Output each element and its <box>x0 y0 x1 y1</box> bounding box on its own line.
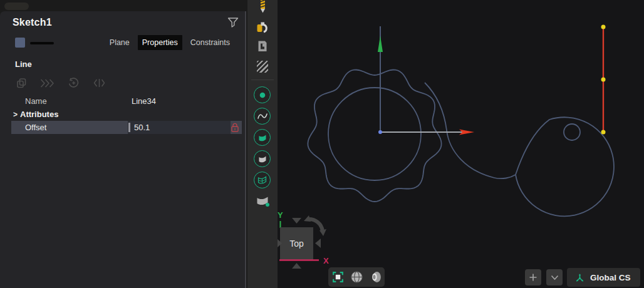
coordinate-system-label: Global CS <box>590 273 631 282</box>
tab-properties[interactable]: Properties <box>138 35 182 50</box>
boolean-tool-icon[interactable] <box>256 20 269 34</box>
attributes-expander[interactable]: > Attributes <box>13 110 58 119</box>
orbit-arrow-up[interactable] <box>292 218 301 224</box>
surface-filled-glyph <box>258 134 267 141</box>
offset-property-row[interactable]: Offset 50.1 <box>11 121 242 134</box>
point-glyph <box>259 92 266 98</box>
padlock-glyph <box>231 123 239 132</box>
sketch-inner-circle[interactable] <box>328 88 421 180</box>
fast-forward-icon[interactable] <box>40 79 54 88</box>
line-point-bottom[interactable] <box>601 130 606 135</box>
orbit-arrow-right[interactable] <box>315 239 321 248</box>
surface-gray-tool-button[interactable] <box>254 150 271 167</box>
attributes-label: Attributes <box>20 110 58 119</box>
properties-panel: Sketch1 Plane Properties Constraints Lin… <box>0 0 247 288</box>
panel-tabs: Plane Properties Constraints <box>105 35 234 50</box>
entity-action-toolbar <box>17 78 105 88</box>
sketch-title: Sketch1 <box>13 17 52 28</box>
code-icon[interactable] <box>93 78 105 88</box>
spline-glyph <box>257 113 267 120</box>
spline-tool-button[interactable] <box>254 108 271 125</box>
axes-tripod-icon <box>574 272 585 283</box>
cylinder-view-icon[interactable] <box>369 270 382 284</box>
tab-plane[interactable]: Plane <box>105 35 134 50</box>
copy-icon[interactable] <box>17 78 26 88</box>
surface-grid-glyph <box>257 176 267 184</box>
sketch-middle-arc[interactable] <box>425 83 516 178</box>
fit-view-icon[interactable] <box>331 270 345 284</box>
viewcube-top-label: Top <box>289 239 304 249</box>
surface-gray-glyph <box>258 155 267 163</box>
entity-type-label: Line <box>15 59 32 69</box>
sketch-canvas[interactable]: Y Top X <box>278 0 644 288</box>
surface-point-tool-icon[interactable] <box>256 194 270 208</box>
surface-grid-tool-button[interactable] <box>254 172 271 188</box>
panel-collapsed-tab[interactable] <box>4 3 29 10</box>
line-point-mid[interactable] <box>601 78 606 82</box>
orbit-rotate-arrowhead-a <box>304 215 311 222</box>
chevron-right-icon: > <box>13 110 18 119</box>
drill-tool-icon[interactable] <box>258 0 267 13</box>
view-toolbar <box>328 267 385 287</box>
chevron-down-icon <box>551 275 559 280</box>
expand-button[interactable] <box>546 269 563 285</box>
funnel-glyph <box>227 16 239 29</box>
offset-input[interactable]: 50.1 <box>128 121 231 134</box>
cad-app-window: Sketch1 Plane Properties Constraints Lin… <box>0 0 644 288</box>
coordinate-system-button[interactable]: Global CS <box>567 268 640 287</box>
reset-rotation-icon[interactable] <box>68 78 80 88</box>
name-field-value[interactable]: Line34 <box>132 96 156 106</box>
gizmo-y-label: Y <box>278 210 283 220</box>
tab-constraints[interactable]: Constraints <box>186 35 234 50</box>
name-field-label: Name <box>25 96 47 106</box>
panel-body: Sketch1 Plane Properties Constraints Lin… <box>0 11 246 288</box>
add-button[interactable] <box>525 269 541 285</box>
filter-icon[interactable] <box>227 16 239 29</box>
sheet-tool-icon[interactable] <box>256 39 269 53</box>
lock-icon[interactable] <box>231 123 239 132</box>
surface-tool-button[interactable] <box>254 129 271 146</box>
sketch-cam-outline[interactable] <box>516 117 614 216</box>
line-point-top[interactable] <box>601 25 606 29</box>
tool-column <box>247 0 278 288</box>
sketch-hole-circle[interactable] <box>564 124 580 140</box>
text-caret <box>128 123 130 132</box>
gizmo-x-label: X <box>323 256 329 265</box>
sketch-viewport[interactable]: Y Top X <box>278 0 644 288</box>
hatch-tool-icon[interactable] <box>257 61 268 73</box>
line-style-swatch[interactable] <box>30 42 54 44</box>
y-axis-arrow <box>378 36 383 52</box>
orbit-rotate-arrowhead-b <box>319 229 326 236</box>
origin-point[interactable] <box>378 130 382 134</box>
point-tool-button[interactable] <box>254 86 271 103</box>
shaded-sphere-icon[interactable] <box>350 270 363 284</box>
toolbar-divider <box>251 80 274 80</box>
plus-icon <box>529 273 538 282</box>
offset-value: 50.1 <box>134 123 150 132</box>
offset-label: Offset <box>25 123 46 132</box>
orbit-arrow-down[interactable] <box>292 263 301 269</box>
color-swatch[interactable] <box>15 38 25 48</box>
